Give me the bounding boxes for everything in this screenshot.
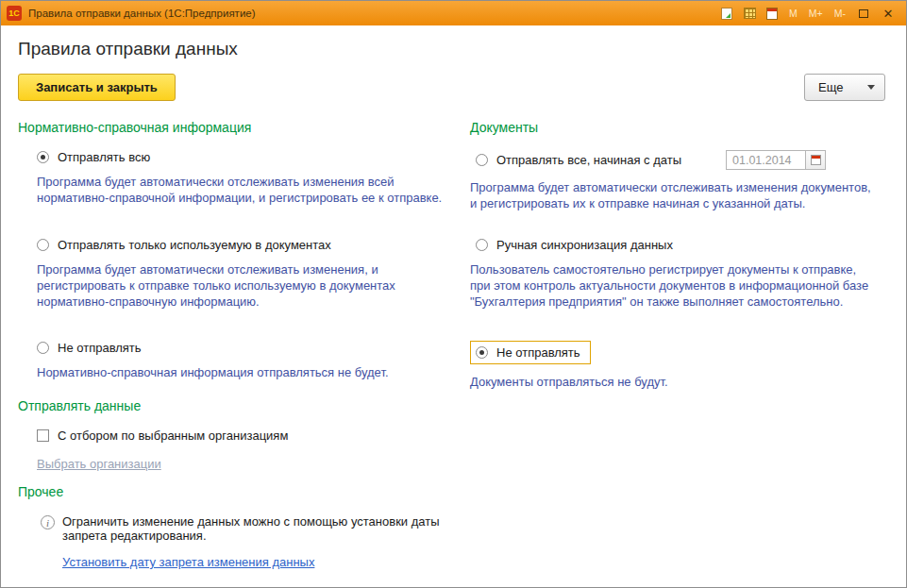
filter-by-orgs-option[interactable]: С отбором по выбранным организациям [37, 428, 470, 443]
nsi-option-block-send-used: Отправлять только используемую в докумен… [18, 238, 470, 341]
columns: Нормативно-справочная информация Отправл… [18, 120, 885, 569]
calendar-icon [811, 155, 821, 165]
info-text: Ограничить изменение данных можно с помо… [62, 514, 470, 543]
radio-label: Отправлять все, начиная с даты [496, 153, 681, 167]
section-title-nsi: Нормативно-справочная информация [18, 120, 470, 135]
start-date-field [726, 150, 826, 170]
option-hint: Программа будет автоматически отслеживат… [37, 261, 443, 310]
section-title-documents: Документы [470, 120, 885, 135]
grid-icon [744, 8, 756, 19]
section-title-other: Прочее [18, 484, 470, 499]
other-section: Прочее i Ограничить изменение данных мож… [18, 484, 470, 569]
option-hint: Документы отправляться не будут. [470, 374, 876, 390]
service-link-icon[interactable] [717, 5, 736, 22]
radio-option-send-from-date[interactable]: Отправлять все, начиная с даты [476, 150, 885, 170]
memory-m-button[interactable]: М [785, 8, 801, 19]
calendar-glyph-icon [766, 8, 778, 20]
chevron-down-icon [867, 85, 875, 90]
app-window: 1С Правила отправки данных (1С:Предприят… [0, 0, 907, 588]
radio-option-dont-send-docs[interactable]: Не отправлять [470, 341, 591, 364]
section-title-send-data: Отправлять данные [18, 398, 470, 413]
left-column: Нормативно-справочная информация Отправл… [18, 120, 470, 569]
right-column: Документы Отправлять все, начиная с даты… [470, 120, 885, 569]
radio-label: Не отправлять [58, 341, 142, 355]
radio-option-send-all[interactable]: Отправлять всю [37, 150, 470, 164]
docs-option-block-manual-sync: Ручная синхронизация данных Пользователь… [470, 238, 885, 341]
checkbox-icon[interactable] [37, 429, 49, 442]
select-organizations-link[interactable]: Выбрать организации [37, 457, 161, 471]
nsi-option-block-dont-send: Не отправлять Нормативно-справочная инфо… [18, 341, 470, 398]
calculator-icon[interactable] [740, 5, 759, 22]
radio-icon[interactable] [476, 346, 488, 359]
option-hint: Пользователь самостоятельно регистрирует… [470, 261, 876, 310]
option-hint: Программа будет автоматически отслеживат… [470, 179, 876, 211]
toolbar: Записать и закрыть Еще [18, 74, 885, 101]
maximize-icon [859, 9, 868, 18]
option-hint: Нормативно-справочная информация отправл… [37, 364, 443, 380]
page-icon [721, 8, 732, 20]
set-edit-restriction-date-link[interactable]: Установить дату запрета изменения данных [62, 555, 314, 569]
radio-label: Отправлять всю [58, 150, 150, 164]
option-hint: Программа будет автоматически отслеживат… [37, 174, 443, 206]
window-title: Правила отправки данных (1С:Предприятие) [28, 8, 711, 19]
radio-option-dont-send[interactable]: Не отправлять [37, 341, 470, 355]
radio-option-send-used[interactable]: Отправлять только используемую в докумен… [37, 238, 470, 252]
memory-m-minus-button[interactable]: М- [831, 8, 849, 19]
radio-label: Отправлять только используемую в докумен… [58, 238, 331, 252]
radio-icon[interactable] [37, 342, 49, 354]
radio-option-manual-sync[interactable]: Ручная синхронизация данных [476, 238, 885, 252]
maximize-button[interactable] [853, 5, 874, 22]
send-data-section: Отправлять данные С отбором по выбранным… [18, 398, 470, 471]
date-picker-button[interactable] [805, 150, 826, 170]
calendar-icon[interactable] [763, 5, 781, 22]
close-button[interactable]: ✕ [878, 5, 899, 22]
memory-m-plus-button[interactable]: М+ [805, 8, 827, 19]
radio-icon[interactable] [37, 239, 49, 251]
nsi-option-block-send-all: Отправлять всю Программа будет автоматич… [18, 150, 470, 238]
radio-icon[interactable] [476, 154, 488, 166]
radio-label: Не отправлять [496, 345, 580, 360]
form-content: Правила отправки данных Записать и закры… [1, 25, 906, 587]
docs-option-block-send-from-date: Отправлять все, начиная с даты Программа… [470, 150, 885, 238]
1c-logo-icon: 1С [7, 6, 22, 21]
docs-option-block-dont-send: Не отправлять Документы отправляться не … [470, 341, 885, 390]
titlebar: 1С Правила отправки данных (1С:Предприят… [1, 1, 906, 25]
checkbox-label: С отбором по выбранным организациям [58, 428, 288, 443]
radio-label: Ручная синхронизация данных [496, 238, 673, 252]
start-date-input[interactable] [726, 150, 805, 170]
radio-icon[interactable] [476, 239, 488, 251]
page-title: Правила отправки данных [18, 39, 885, 59]
info-row: i Ограничить изменение данных можно с по… [41, 514, 470, 543]
info-icon: i [41, 515, 55, 529]
titlebar-controls: М М+ М- ✕ [717, 5, 899, 22]
more-button-label: Еще [818, 80, 843, 94]
more-button[interactable]: Еще [804, 74, 885, 101]
radio-icon[interactable] [37, 151, 49, 163]
save-and-close-button[interactable]: Записать и закрыть [18, 74, 176, 101]
